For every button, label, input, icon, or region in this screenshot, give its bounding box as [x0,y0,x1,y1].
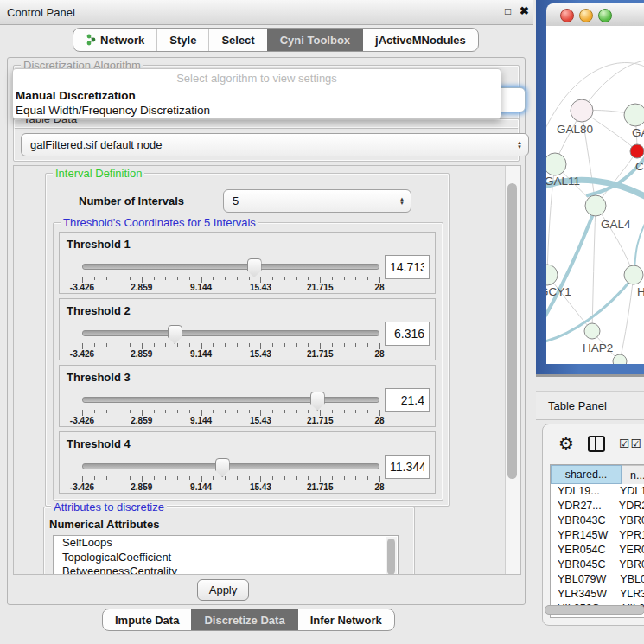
threshold-panel: Threshold 4-3.4262.8599.14415.4321.71528 [59,431,436,494]
table-row[interactable]: YLR345WYLR3... [551,587,644,602]
dropdown-item[interactable]: Manual Discretization [13,88,501,103]
vertical-scrollbar-thumb[interactable] [507,183,517,479]
network-node-gcy1[interactable] [546,265,558,285]
number-of-intervals-combo[interactable]: 5 ▲▼ [223,189,411,213]
combo-spinner-icon[interactable]: ▲▼ [399,190,405,212]
table-row[interactable]: YBR045CYBR0... [551,558,644,572]
table-cell: YPR1... [612,528,644,543]
list-scrollbar-thumb[interactable] [387,539,395,575]
slider-track[interactable] [82,264,379,270]
list-item[interactable]: SelfLoops [54,536,398,551]
network-edge[interactable] [596,206,634,275]
bottom-tab-bar: Impute DataDiscretize DataInfer Network [102,609,395,631]
mac-minimize-icon[interactable] [579,9,593,22]
list-item[interactable]: BetweennessCentrality [54,564,398,575]
tab-cyni-toolbox[interactable]: Cyni Toolbox [267,29,362,51]
cyni-toolbox-panel: Discretization Algorithm Table Data galF… [7,57,526,605]
table-row[interactable]: YDR27...YDR2... [551,499,644,513]
dropdown-item[interactable]: Equal Width/Frequency Discretization [13,103,501,118]
apply-button[interactable]: Apply [197,579,249,601]
combo-spinner-icon[interactable]: ▲▼ [517,134,522,156]
slider-ticks [82,277,379,283]
table-row[interactable]: YDL19...YDL1... [551,484,644,499]
slider-ticks [82,410,379,416]
network-edge[interactable] [582,61,644,111]
mac-zoom-icon[interactable] [598,9,612,22]
mac-close-icon[interactable] [560,9,574,22]
network-node-label: H [637,285,644,298]
slider-thumb[interactable] [215,458,230,477]
tab-jactivemnodules[interactable]: jActiveMNodules [362,29,478,51]
slider-track[interactable] [82,330,379,336]
tab-style[interactable]: Style [156,29,208,51]
table-row[interactable]: YBR043CYBR0... [551,513,644,528]
network-canvas[interactable]: GAL80GACGAL11GAL4GCY1HHAP2 [546,26,644,364]
slider-thumb[interactable] [168,325,182,344]
threshold-value-field[interactable] [385,455,430,479]
table-data-combo[interactable]: galFiltered.sif default node ▲▼ [21,133,529,156]
tab-label: jActiveMNodules [375,34,466,47]
column-header[interactable]: shared... [551,465,622,484]
network-node[interactable] [613,354,627,364]
thresholds-group-title: Threshold's Coordinates for 5 Intervals [61,216,258,229]
slider-thumb[interactable] [310,392,325,411]
table-row[interactable]: YBL079WYBL0... [551,572,644,587]
slider-tick-labels: -3.4262.8599.14415.4321.71528 [82,482,379,493]
checkbox-icons[interactable]: ☑☑ [619,437,642,450]
table-row[interactable]: YER054CYER0... [551,543,644,558]
tab-label: Impute Data [115,614,179,627]
columns-icon[interactable] [588,436,605,452]
network-node-gal11[interactable] [546,153,566,175]
attributes-group-title: Attributes to discretize [51,501,167,513]
network-node-gal80[interactable] [571,99,593,122]
gear-icon[interactable]: ⚙ [558,433,574,454]
network-node-ga[interactable] [624,104,644,126]
float-window-icon[interactable]: □ [505,5,511,17]
network-node-hap2[interactable] [584,323,600,339]
tab-label: Cyni Toolbox [280,34,350,47]
list-scrollbar[interactable] [386,537,397,575]
threshold-slider[interactable]: -3.4262.8599.14415.4321.71528 [82,458,379,489]
interval-definition-title: Interval Definition [53,167,144,180]
network-edge[interactable] [592,206,596,331]
threshold-slider[interactable]: -3.4262.8599.14415.4321.71528 [82,325,379,356]
slider-track[interactable] [82,463,379,469]
node-table[interactable]: shared...n... YDL19...YDL1...YDR27...YDR… [550,464,644,618]
horizontal-scrollbar-thumb[interactable] [545,605,644,615]
slider-track[interactable] [82,397,379,403]
network-node-c[interactable] [630,144,644,158]
tab-select[interactable]: Select [208,29,266,51]
table-cell: YDR2... [612,499,644,513]
threshold-value-field[interactable] [385,322,430,346]
table-cell: YDL1... [613,484,644,499]
table-data-combo-value: galFiltered.sif default node [30,138,162,151]
tab-label: Infer Network [310,614,382,627]
tab-infer-network[interactable]: Infer Network [297,609,394,630]
tab-impute-data[interactable]: Impute Data [103,609,191,630]
slider-thumb[interactable] [247,258,262,277]
threshold-panel: Threshold 1-3.4262.8599.14415.4321.71528 [59,232,436,294]
tab-discretize-data[interactable]: Discretize Data [191,609,296,630]
close-icon[interactable]: ✖ [520,4,529,17]
threshold-slider[interactable]: -3.4262.8599.14415.4321.71528 [82,392,379,423]
vertical-scrollbar[interactable] [505,166,520,574]
table-row[interactable]: YPR145WYPR1... [551,528,644,543]
numerical-attributes-list[interactable]: SelfLoopsTopologicalCoefficientBetweenne… [53,535,399,575]
threshold-label: Threshold 1 [67,238,131,251]
number-of-intervals-label: Number of Intervals [79,194,184,207]
threshold-value-field[interactable] [385,255,430,279]
column-header[interactable]: n... [622,465,644,484]
network-edge[interactable] [620,275,634,361]
network-window-titlebar [546,3,644,27]
network-node-h[interactable] [624,265,643,284]
slider-tick-labels: -3.4262.8599.14415.4321.71528 [82,416,379,426]
slider-ticks [82,476,379,482]
threshold-slider[interactable]: -3.4262.8599.14415.4321.71528 [82,258,379,290]
list-item[interactable]: TopologicalCoefficient [54,551,398,565]
threshold-value-field[interactable] [385,388,430,412]
table-cell: YBR045C [551,558,612,572]
thresholds-group: Threshold's Coordinates for 5 Intervals … [53,222,443,501]
network-node-gal4[interactable] [585,195,606,216]
network-node-label: GCY1 [546,285,571,298]
tab-network[interactable]: Network [73,29,156,51]
